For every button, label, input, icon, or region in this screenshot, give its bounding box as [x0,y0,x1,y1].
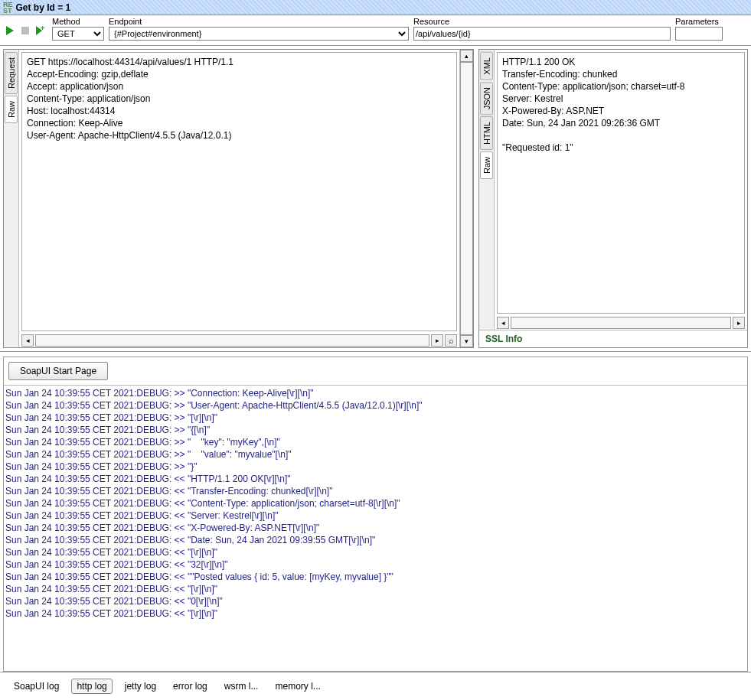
svg-rect-1 [21,27,29,34]
log-line: Sun Jan 24 10:39:55 CET 2021:DEBUG: >> "… [4,387,747,399]
log-line: Sun Jan 24 10:39:55 CET 2021:DEBUG: << "… [4,558,747,571]
log-line: Sun Jan 24 10:39:55 CET 2021:DEBUG: << "… [4,485,747,497]
scroll-track[interactable] [35,334,429,347]
endpoint-select[interactable]: {#Project#environment} [109,27,409,41]
method-select[interactable]: GET [52,27,104,41]
footer-tab-soapui-log[interactable]: SoapUI log [9,679,64,693]
tab-request[interactable]: Request [5,52,18,94]
add-to-testcase-icon[interactable]: + [34,24,47,37]
log-line: Sun Jan 24 10:39:55 CET 2021:DEBUG: << "… [4,510,747,522]
log-line: Sun Jan 24 10:39:55 CET 2021:DEBUG: << "… [4,522,747,534]
log-line: Sun Jan 24 10:39:55 CET 2021:DEBUG: >> "… [4,399,747,412]
log-line: Sun Jan 24 10:39:55 CET 2021:DEBUG: << "… [4,595,747,607]
footer-tab-jetty-log[interactable]: jetty log [120,679,161,693]
ssl-info-link[interactable]: SSL Info [479,330,747,347]
footer-tab-error-log[interactable]: error log [168,679,212,693]
log-area: SoapUI Start Page Sun Jan 24 10:39:55 CE… [3,357,748,672]
log-line: Sun Jan 24 10:39:55 CET 2021:DEBUG: << "… [4,497,747,510]
scroll-right-icon[interactable]: ▸ [733,317,745,329]
scroll-right-icon[interactable]: ▸ [431,334,443,347]
soapui-start-page-button[interactable]: SoapUI Start Page [8,362,108,380]
log-lines[interactable]: Sun Jan 24 10:39:55 CET 2021:DEBUG: >> "… [4,386,747,671]
scroll-down-icon[interactable]: ▾ [460,335,473,347]
svg-text:+: + [41,24,44,32]
tab-html[interactable]: HTML [480,116,493,150]
response-hscroll[interactable]: ◂ ▸ [495,316,747,330]
log-line: Sun Jan 24 10:39:55 CET 2021:DEBUG: >> "… [4,436,747,448]
svg-marker-0 [6,26,14,35]
title-bar: RE ST Get by Id = 1 [0,0,751,15]
request-pane: Request Raw GET https://localhost:44314/… [3,49,474,348]
tab-raw-request[interactable]: Raw [5,96,18,123]
request-response-area: Request Raw GET https://localhost:44314/… [0,46,751,352]
footer-tabs: SoapUI loghttp logjetty logerror logwsrm… [0,672,751,700]
log-line: Sun Jan 24 10:39:55 CET 2021:DEBUG: << "… [4,534,747,546]
scroll-up-icon[interactable]: ▴ [460,50,473,62]
run-icon[interactable] [3,24,17,37]
request-hscroll[interactable]: ◂ ▸ ⌕ [19,334,459,347]
request-raw-text[interactable]: GET https://localhost:44314/api/values/1… [21,52,457,331]
log-line: Sun Jan 24 10:39:55 CET 2021:DEBUG: << "… [4,473,747,485]
toolbar: + Method GET Endpoint {#Project#environm… [0,15,751,46]
response-raw-text[interactable]: HTTP/1.1 200 OK Transfer-Encoding: chunk… [497,52,745,314]
log-line: Sun Jan 24 10:39:55 CET 2021:DEBUG: >> "… [4,424,747,436]
window-title: Get by Id = 1 [16,2,71,13]
log-line: Sun Jan 24 10:39:55 CET 2021:DEBUG: << "… [4,583,747,595]
log-line: Sun Jan 24 10:39:55 CET 2021:DEBUG: << "… [4,607,747,620]
endpoint-label: Endpoint [109,17,409,26]
log-line: Sun Jan 24 10:39:55 CET 2021:DEBUG: << "… [4,571,747,583]
request-vertical-tabs: Request Raw [4,50,19,347]
scroll-track[interactable] [460,62,473,335]
method-label: Method [52,17,104,26]
resource-label: Resource [413,17,671,26]
resource-input[interactable] [413,27,671,41]
scroll-left-icon[interactable]: ◂ [497,317,509,329]
log-line: Sun Jan 24 10:39:55 CET 2021:DEBUG: >> "… [4,448,747,461]
log-line: Sun Jan 24 10:39:55 CET 2021:DEBUG: >> "… [4,461,747,473]
footer-tab-http-log[interactable]: http log [71,679,112,694]
tab-json[interactable]: JSON [480,82,493,115]
response-vertical-tabs: XML JSON HTML Raw [479,50,495,330]
scroll-track[interactable] [511,317,731,329]
response-pane: XML JSON HTML Raw HTTP/1.1 200 OK Transf… [478,49,748,348]
footer-tab-memory-l-[interactable]: memory l... [270,679,325,693]
footer-tab-wsrm-l-[interactable]: wsrm l... [220,679,263,693]
parameters-label: Parameters [675,17,723,26]
tab-xml[interactable]: XML [480,52,493,80]
tab-raw-response[interactable]: Raw [480,151,493,179]
rest-icon: RE ST [3,2,13,14]
search-icon[interactable]: ⌕ [445,334,457,347]
request-vscroll[interactable]: ▴ ▾ [459,50,473,347]
log-line: Sun Jan 24 10:39:55 CET 2021:DEBUG: >> "… [4,412,747,424]
stop-icon[interactable] [18,24,32,37]
log-line: Sun Jan 24 10:39:55 CET 2021:DEBUG: << "… [4,546,747,558]
parameters-input[interactable] [675,27,723,41]
scroll-left-icon[interactable]: ◂ [21,334,34,347]
